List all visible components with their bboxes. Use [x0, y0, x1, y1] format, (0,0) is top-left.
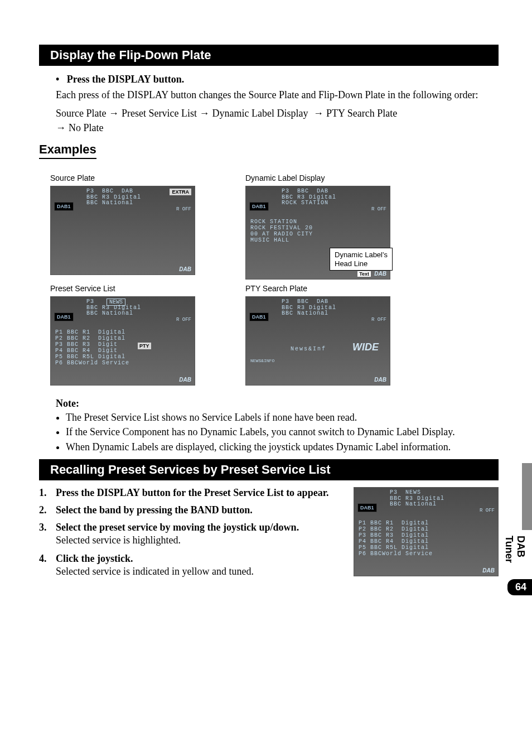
dab1-badge: DAB1: [357, 503, 377, 512]
note-item: The Preset Service List shows no Service…: [66, 411, 499, 424]
dab-logo: DAB: [179, 377, 191, 383]
preset-list-body: P1 BBC R1 Digital P2 BBC R2 Digital P3 B…: [55, 329, 129, 366]
dab-logo: DAB: [374, 377, 386, 383]
step-4-title: Click the joystick.: [56, 553, 340, 565]
dynamic-body: ROCK STATION ROCK FESTIVAL 20 00 AT RADI…: [250, 219, 313, 243]
step-3-body: Selected service is highlighted.: [56, 535, 340, 546]
shot-header: P3 NEWS BBC R3 Digital BBC National: [390, 490, 444, 508]
dab-logo: DAB: [179, 266, 191, 272]
section-heading-display: Display the Flip-Down Plate: [39, 45, 499, 66]
off-indicator: R OFF: [480, 508, 495, 513]
screenshot-source-plate: P3 BBC DAB BBC R3 Digital BBC National E…: [50, 186, 195, 275]
step-4-body: Selected service is indicated in yellow …: [56, 566, 340, 577]
screenshot-recall: P3 NEWS BBC R3 Digital BBC National DAB1…: [354, 487, 499, 576]
caption-dynamic-label: Dynamic Label Display: [245, 174, 424, 182]
news-info-icon: NEWS&INFO: [250, 358, 274, 363]
note-item: If the Service Component has no Dynamic …: [66, 425, 499, 439]
section-heading-recall: Recalling Preset Services by Preset Serv…: [39, 459, 499, 480]
shot-header: P3 BBC DAB BBC R3 Digital BBC National: [86, 189, 141, 206]
off-indicator: R OFF: [371, 317, 386, 322]
shot-header: P3 BBC DAB BBC R3 Digital BBC National: [282, 299, 336, 317]
side-tab: DAB Tuner: [514, 463, 532, 530]
dab1-badge: DAB1: [249, 312, 269, 321]
pty-badge: PTY: [138, 343, 151, 349]
bullet-dot: •: [56, 74, 64, 85]
shot-header: P3 BBC DAB BBC R3 Digital ROCK STATION: [282, 189, 336, 206]
flow-b: Preset Service List: [122, 108, 197, 119]
step-number: 1.: [39, 487, 54, 499]
step-1-title: Press the DISPLAY button for the Preset …: [56, 487, 340, 499]
arrow-icon: →: [311, 108, 326, 119]
off-indicator: R OFF: [176, 206, 191, 212]
page-number: 64: [507, 579, 532, 595]
flow-c: Dynamic Label Display: [212, 108, 308, 119]
off-indicator: R OFF: [176, 317, 191, 322]
flow-a: Source Plate: [56, 108, 106, 119]
dab1-badge: DAB1: [54, 202, 74, 211]
extra-badge: EXTRA: [170, 189, 191, 195]
pty-body: News&Inf: [291, 346, 326, 352]
dab1-badge: DAB1: [249, 202, 269, 211]
press-display-title: Press the DISPLAY button.: [67, 74, 184, 85]
examples-heading: Examples: [39, 142, 96, 159]
caption-pty-search: PTY Search Plate: [245, 284, 424, 293]
step-number: 3.: [39, 522, 54, 533]
off-indicator: R OFF: [371, 206, 386, 212]
screenshot-preset-list: P3 BBC R3 Digital BBC National NEWS DAB1…: [50, 296, 195, 386]
screenshot-dynamic-label: P3 BBC DAB BBC R3 Digital ROCK STATION D…: [245, 186, 390, 280]
step-number: 4.: [39, 553, 54, 565]
wide-mark: WIDE: [352, 341, 379, 353]
flow-e: No Plate: [69, 122, 104, 133]
side-tab-label: DAB Tuner: [503, 536, 526, 563]
dab-logo: DAB: [374, 271, 386, 277]
flow-d: PTY Search Plate: [326, 108, 397, 119]
caption-preset-list: Preset Service List: [50, 284, 229, 293]
callout-dynamic-label: Dynamic Label's Head Line: [330, 248, 393, 271]
dab1-badge: DAB1: [54, 312, 74, 321]
note-item: When Dynamic Labels are displayed, click…: [66, 440, 499, 454]
note-title: Note:: [56, 398, 499, 410]
preset-list-body: P1 BBC R1 Digital P2 BBC R2 Digital P3 B…: [359, 520, 433, 557]
caption-source-plate: Source Plate: [50, 174, 229, 182]
step-number: 2.: [39, 504, 54, 516]
news-box: NEWS: [107, 298, 125, 306]
arrow-icon: →: [109, 108, 122, 119]
screenshot-pty-search: P3 BBC DAB BBC R3 Digital BBC National D…: [245, 296, 390, 386]
text-badge: Text: [357, 271, 371, 277]
arrow-icon: →: [56, 122, 69, 133]
step-2-title: Select the band by pressing the BAND but…: [56, 504, 340, 516]
dab-logo: DAB: [482, 567, 495, 574]
press-display-body: Each press of the DISPLAY button changes…: [56, 88, 499, 102]
arrow-icon: →: [199, 108, 212, 119]
step-3-title: Select the preset service by moving the …: [56, 522, 340, 533]
